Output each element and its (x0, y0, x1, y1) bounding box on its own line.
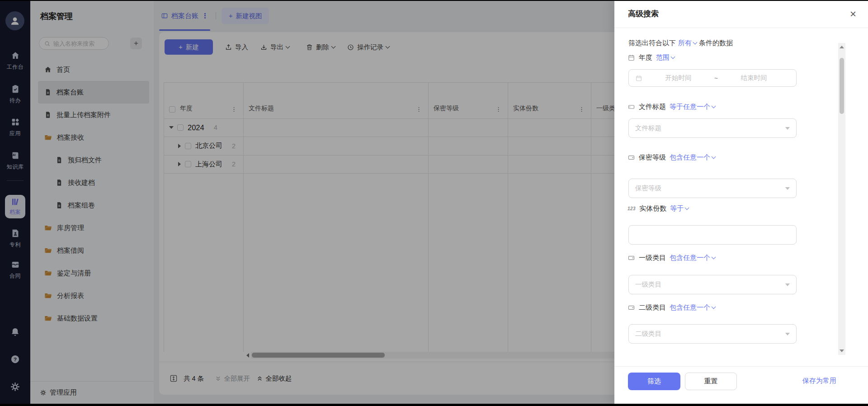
caret-down-icon (785, 283, 790, 286)
field-label-category1: 一级类目 包含任意一个 (627, 254, 715, 262)
window-edge-top (0, 0, 868, 1)
field-label-secrecy: 保密等级 包含任意一个 (627, 153, 715, 162)
secrecy-select[interactable]: 保密等级 (628, 179, 797, 198)
field-label-copies: 123 实体份数 等于 (627, 204, 689, 213)
operator-dropdown[interactable]: 包含任意一个 (670, 303, 715, 312)
save-as-favorite-link[interactable]: 保存为常用 (802, 377, 836, 385)
caret-down-icon (785, 333, 790, 335)
operator-dropdown[interactable]: 范围 (656, 53, 675, 62)
reset-button[interactable]: 重置 (685, 373, 737, 390)
title-select[interactable]: 文件标题 (628, 118, 797, 138)
year-range-input[interactable]: 开始时间 ~ 结束时间 (628, 69, 797, 87)
drawer-title: 高级搜索 (628, 9, 850, 19)
start-date-input[interactable]: 开始时间 (642, 74, 714, 82)
window-edge-bottom (0, 404, 868, 406)
scroll-down-icon[interactable] (840, 349, 844, 352)
chevron-down-icon (712, 255, 716, 260)
select-box-icon (627, 254, 635, 262)
operator-dropdown[interactable]: 包含任意一个 (670, 153, 715, 162)
scroll-up-icon[interactable] (840, 46, 844, 48)
advanced-search-drawer: 高级搜索 × 筛选出符合以下 所有 条件的数据 年度 范围 开始时间 ~ 结束时… (614, 0, 868, 406)
text-field-icon (627, 103, 635, 111)
caret-down-icon (785, 127, 790, 130)
drawer-footer: 筛选 重置 保存为常用 (614, 366, 868, 406)
caret-down-icon (785, 187, 790, 190)
field-label-year: 年度 范围 (627, 53, 675, 62)
numeric-icon: 123 (627, 206, 636, 211)
drawer-header: 高级搜索 × (614, 0, 868, 28)
field-label-category2: 二级类目 包含任意一个 (627, 303, 715, 312)
calendar-icon (627, 54, 635, 61)
operator-dropdown[interactable]: 包含任意一个 (670, 254, 715, 262)
select-box-icon (627, 154, 635, 161)
operator-dropdown[interactable]: 等于任意一个 (670, 103, 715, 111)
select-box-icon (627, 304, 635, 312)
operator-dropdown[interactable]: 等于 (670, 204, 689, 213)
chevron-down-icon (671, 55, 675, 59)
app-window: 工作台 待办 应用 知识库 档案 专利 合同 (0, 0, 868, 406)
drawer-scrollbar[interactable] (838, 43, 845, 355)
close-icon[interactable]: × (850, 9, 856, 19)
match-mode-dropdown[interactable]: 所有 (678, 39, 697, 47)
scrollbar-thumb[interactable] (840, 58, 844, 114)
field-label-title: 文件标题 等于任意一个 (627, 103, 715, 111)
copies-number-input[interactable] (628, 225, 797, 245)
filter-button[interactable]: 筛选 (628, 373, 680, 390)
category1-select[interactable]: 一级类目 (628, 275, 797, 294)
end-date-input[interactable]: 结束时间 (718, 74, 790, 82)
chevron-down-icon (712, 155, 716, 159)
category2-select[interactable]: 二级类目 (628, 324, 797, 344)
calendar-icon (635, 75, 642, 82)
chevron-down-icon (693, 40, 698, 45)
chevron-down-icon (712, 305, 716, 309)
chevron-down-icon (712, 104, 716, 109)
tilde-separator: ~ (714, 75, 718, 82)
chevron-down-icon (685, 206, 689, 210)
filter-condition-sentence: 筛选出符合以下 所有 条件的数据 (628, 39, 733, 47)
